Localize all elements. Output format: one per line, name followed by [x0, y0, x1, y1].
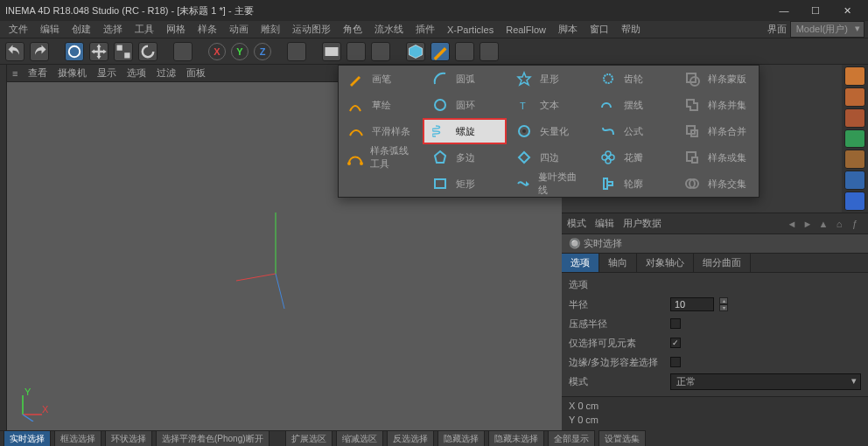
- menu-item[interactable]: 插件: [410, 21, 440, 38]
- footer-tab[interactable]: 隐藏选择: [438, 430, 485, 447]
- menu-item[interactable]: X-Particles: [442, 23, 499, 37]
- layout-dropdown[interactable]: Model(用户): [790, 21, 864, 38]
- spline-profile-item[interactable]: 轮廓: [591, 171, 675, 197]
- spline-nside-item[interactable]: 多边: [423, 144, 507, 171]
- attr-tab[interactable]: 细分曲面: [694, 254, 751, 272]
- palette-icon[interactable]: [844, 192, 865, 211]
- viewport-menu-item[interactable]: 查看: [28, 66, 47, 80]
- palette-icon[interactable]: [844, 129, 865, 149]
- menu-item[interactable]: RealFlow: [500, 23, 551, 37]
- deformer-button[interactable]: [480, 42, 499, 61]
- footer-tab[interactable]: 环状选择: [105, 430, 152, 447]
- live-select-button[interactable]: [65, 42, 84, 61]
- generator-button[interactable]: [455, 42, 474, 61]
- x-axis-lock[interactable]: X: [208, 43, 226, 60]
- attr-edit[interactable]: 编辑: [595, 217, 614, 230]
- maximize-button[interactable]: ☐: [800, 5, 831, 17]
- mode-dropdown[interactable]: 正常: [670, 373, 861, 390]
- footer-tab[interactable]: 隐藏未选择: [488, 430, 544, 447]
- menu-item[interactable]: 流水线: [369, 21, 409, 38]
- left-mode-bar[interactable]: [0, 65, 7, 430]
- spline-smooth-item[interactable]: 平滑样条: [339, 118, 423, 144]
- close-button[interactable]: ✕: [831, 5, 863, 17]
- attr-tab[interactable]: 对象轴心: [637, 254, 694, 272]
- spline-cycloid-item[interactable]: 摆线: [591, 92, 675, 118]
- menu-item[interactable]: 脚本: [553, 21, 583, 38]
- spline-int-item[interactable]: 样条交集: [675, 171, 759, 197]
- footer-tab[interactable]: 反选选择: [387, 430, 434, 447]
- menu-item[interactable]: 角色: [338, 21, 368, 38]
- menu-item[interactable]: 雕刻: [256, 21, 285, 38]
- viewport-menu-item[interactable]: 选项: [127, 66, 146, 80]
- primitive-cube-button[interactable]: [406, 42, 425, 61]
- undo-button[interactable]: [5, 42, 24, 61]
- menu-item[interactable]: 帮助: [616, 21, 646, 38]
- menu-item[interactable]: 窗口: [584, 21, 614, 38]
- menu-item[interactable]: 运动图形: [287, 21, 336, 38]
- footer-tab[interactable]: 全部显示: [548, 430, 595, 447]
- menu-item[interactable]: 文件: [4, 21, 33, 38]
- footer-tab[interactable]: 设置选集: [598, 430, 646, 447]
- spline-text-item[interactable]: T文本: [507, 92, 591, 118]
- minimize-button[interactable]: —: [768, 5, 800, 16]
- recent-tool-button[interactable]: [173, 42, 192, 61]
- palette-icon[interactable]: [844, 87, 865, 107]
- spline-cissoid-item[interactable]: 蔓叶类曲线: [507, 171, 591, 197]
- spline-bezier-item[interactable]: 样条弧线工具: [339, 144, 423, 171]
- palette-icon[interactable]: [844, 66, 865, 86]
- move-tool-button[interactable]: [89, 42, 108, 61]
- attr-tab[interactable]: 轴向: [599, 254, 637, 272]
- rotate-tool-button[interactable]: [138, 42, 158, 61]
- redo-button[interactable]: [30, 42, 49, 61]
- viewport-menu-item[interactable]: 面板: [186, 66, 206, 80]
- viewport-menu-item[interactable]: 摄像机: [58, 66, 87, 80]
- attr-home-icon[interactable]: ⌂: [831, 219, 847, 229]
- spline-arc-item[interactable]: 圆弧: [423, 66, 507, 92]
- render-view-button[interactable]: [322, 42, 341, 61]
- menu-item[interactable]: 创建: [66, 21, 96, 38]
- spline-union-item[interactable]: 样条并集: [675, 92, 759, 118]
- spline-circle-item[interactable]: 圆环: [423, 92, 507, 118]
- attr-up-icon[interactable]: ▲: [816, 219, 831, 229]
- palette-icon[interactable]: [844, 171, 865, 190]
- attr-func-icon[interactable]: ƒ: [847, 219, 863, 229]
- menu-item[interactable]: 选择: [98, 21, 128, 38]
- grip-icon[interactable]: ≡: [12, 68, 18, 79]
- y-axis-lock[interactable]: Y: [231, 43, 248, 60]
- footer-tab[interactable]: 扩展选区: [285, 430, 332, 447]
- palette-icon[interactable]: [844, 108, 865, 128]
- render-settings-button[interactable]: [371, 42, 390, 61]
- spline-sub-item[interactable]: 样条或集: [675, 144, 759, 171]
- visible-checkbox[interactable]: [670, 338, 681, 348]
- edge-checkbox[interactable]: [670, 357, 681, 367]
- pressure-checkbox[interactable]: [670, 318, 681, 329]
- palette-icon[interactable]: [844, 150, 865, 169]
- menu-item[interactable]: 样条: [192, 21, 222, 38]
- footer-tab[interactable]: 框选选择: [54, 430, 102, 447]
- menu-item[interactable]: 动画: [224, 21, 254, 38]
- spline-diff-item[interactable]: 样条合并: [675, 118, 759, 144]
- scale-tool-button[interactable]: [114, 42, 133, 61]
- footer-tab[interactable]: 缩减选区: [336, 430, 383, 447]
- attr-back-icon[interactable]: ◄: [784, 219, 800, 229]
- spline-cog-item[interactable]: 齿轮: [591, 66, 675, 92]
- radius-input[interactable]: [670, 297, 714, 311]
- render-region-button[interactable]: [346, 42, 366, 61]
- spline-flower-item[interactable]: 花瓣: [591, 144, 675, 171]
- z-axis-lock[interactable]: Z: [254, 43, 271, 60]
- attr-fwd-icon[interactable]: ►: [800, 219, 816, 229]
- footer-tab[interactable]: 选择平滑着色(Phong)断开: [156, 430, 270, 447]
- attr-mode[interactable]: 模式: [567, 217, 586, 230]
- spline-vector-item[interactable]: 矢量化: [507, 118, 591, 144]
- viewport-menu-item[interactable]: 过滤: [157, 66, 176, 80]
- spline-mask-item[interactable]: 样条蒙版: [675, 66, 759, 92]
- attr-userdata[interactable]: 用户数据: [623, 217, 662, 230]
- spline-formula-item[interactable]: 公式: [591, 118, 675, 144]
- spline-sketch-item[interactable]: 草绘: [339, 92, 423, 118]
- spline-star-item[interactable]: 星形: [507, 66, 591, 92]
- menu-item[interactable]: 工具: [130, 21, 159, 38]
- footer-tab[interactable]: 实时选择: [4, 430, 51, 447]
- menu-item[interactable]: 网格: [161, 21, 191, 38]
- radius-spinner[interactable]: ▴▾: [719, 297, 728, 311]
- spline-rect-item[interactable]: 矩形: [423, 171, 507, 197]
